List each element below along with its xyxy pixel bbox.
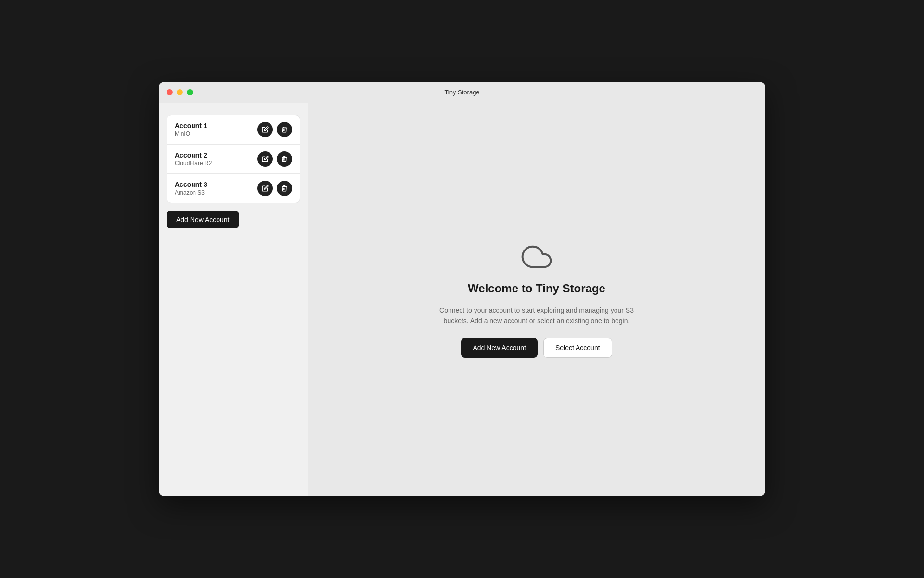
cloud-icon	[521, 241, 552, 272]
trash-icon	[281, 126, 288, 133]
account-info: Account 2 CloudFlare R2	[175, 151, 212, 167]
titlebar: Tiny Storage	[159, 82, 765, 103]
account-type: MinIO	[175, 131, 207, 137]
edit-account-button[interactable]	[257, 122, 273, 137]
delete-account-button[interactable]	[277, 122, 292, 137]
traffic-lights	[167, 89, 193, 95]
edit-icon	[262, 185, 269, 192]
account-actions	[257, 122, 292, 137]
account-type: CloudFlare R2	[175, 160, 212, 167]
edit-account-button[interactable]	[257, 181, 273, 196]
accounts-list: Account 1 MinIO	[167, 115, 300, 203]
edit-icon	[262, 126, 269, 133]
edit-account-button[interactable]	[257, 151, 273, 167]
window-title: Tiny Storage	[444, 89, 479, 96]
account-info: Account 3 Amazon S3	[175, 181, 207, 196]
account-type: Amazon S3	[175, 189, 207, 196]
minimize-button[interactable]	[177, 89, 183, 95]
account-info: Account 1 MinIO	[175, 122, 207, 137]
delete-account-button[interactable]	[277, 151, 292, 167]
app-window: Tiny Storage Account 1 MinIO	[159, 82, 765, 496]
account-actions	[257, 151, 292, 167]
main-content: Welcome to Tiny Storage Connect to your …	[308, 103, 765, 496]
account-name: Account 3	[175, 181, 207, 188]
add-new-account-sidebar-button[interactable]: Add New Account	[167, 211, 239, 228]
welcome-title: Welcome to Tiny Storage	[468, 282, 605, 295]
welcome-panel: Welcome to Tiny Storage Connect to your …	[436, 241, 638, 358]
add-new-account-main-button[interactable]: Add New Account	[461, 338, 538, 358]
welcome-description: Connect to your account to start explori…	[436, 305, 638, 327]
account-item: Account 1 MinIO	[167, 115, 300, 144]
account-item: Account 3 Amazon S3	[167, 174, 300, 203]
maximize-button[interactable]	[187, 89, 193, 95]
select-account-button[interactable]: Select Account	[543, 338, 612, 358]
welcome-actions: Add New Account Select Account	[461, 338, 612, 358]
account-actions	[257, 181, 292, 196]
account-item: Account 2 CloudFlare R2	[167, 144, 300, 174]
trash-icon	[281, 156, 288, 162]
account-name: Account 1	[175, 122, 207, 130]
edit-icon	[262, 156, 269, 162]
account-name: Account 2	[175, 151, 212, 159]
delete-account-button[interactable]	[277, 181, 292, 196]
close-button[interactable]	[167, 89, 173, 95]
sidebar: Account 1 MinIO	[159, 103, 308, 496]
window-content: Account 1 MinIO	[159, 103, 765, 496]
trash-icon	[281, 185, 288, 192]
